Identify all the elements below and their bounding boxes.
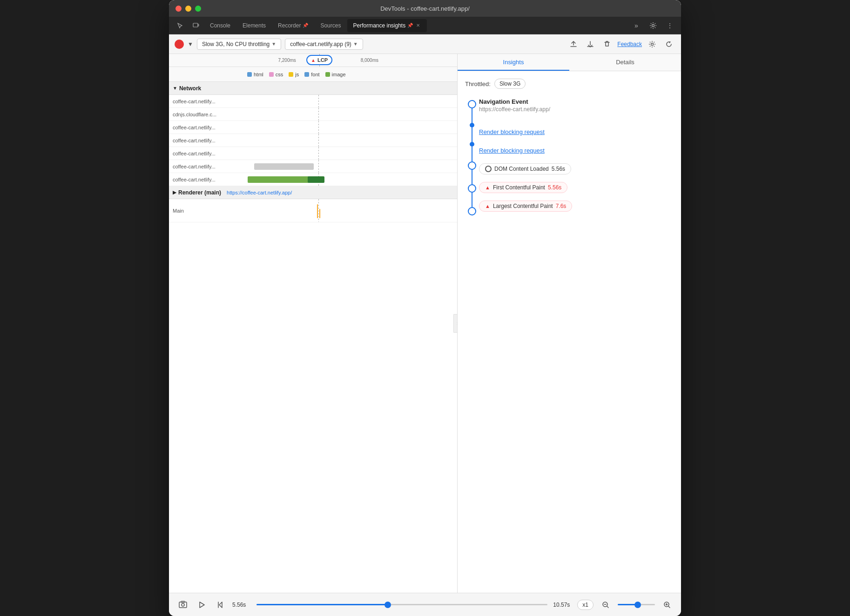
legend-css: css [269,72,283,77]
legend-image: image [325,72,346,77]
tab-insights[interactable]: Insights [458,54,569,71]
table-row: cdnjs.cloudflare.c... [169,108,457,121]
throttle-badge: Slow 3G [494,79,526,89]
close-button[interactable] [175,6,182,12]
nav-event-url: https://coffee-cart.netlify.app/ [479,106,674,113]
playback-start-time: 5.56s [232,602,251,608]
network-dropdown-arrow: ▼ [271,41,276,47]
nav-event-item: Navigation Event https://coffee-cart.net… [479,98,674,122]
render-dot-1 [470,123,474,127]
vline-2 [472,127,472,142]
settings-icon-button[interactable] [646,19,661,32]
toolbar: ▼ Slow 3G, No CPU throttling ▼ coffee-ca… [169,34,681,54]
row-label: coffee-cart.netlify... [169,164,243,169]
legend-font: font [304,72,319,77]
tab-recorder[interactable]: Recorder 📌 [272,19,314,32]
titlebar: DevTools - coffee-cart.netlify.app/ [169,0,681,17]
gear-icon-button[interactable] [646,38,659,51]
playback-slider[interactable] [256,604,547,605]
renderer-section-header[interactable]: ▶ Renderer (main) https://coffee-cart.ne… [169,186,457,199]
refresh-icon-button[interactable] [662,38,675,51]
font-color-dot [304,72,309,77]
maximize-button[interactable] [195,6,201,12]
tab-details[interactable]: Details [569,54,681,71]
timeline-panel: 7,200ms 8,000ms ▲ LCP [169,54,458,593]
row-label: coffee-cart.netlify... [169,177,243,182]
target-dropdown[interactable]: coffee-cart.netlify.app (9) ▼ [285,39,363,50]
menu-icon-button[interactable]: ⋮ [662,19,677,32]
legend-html: html [247,72,263,77]
titlebar-buttons [175,6,201,12]
fcp-value: 5.56s [548,184,561,191]
row-label: coffee-cart.netlify... [169,151,243,156]
tab-elements[interactable]: Elements [237,19,271,32]
play-icon-button[interactable] [195,598,208,611]
lcp-event-value: 7.6s [556,203,567,209]
zoom-in-icon-button[interactable] [661,598,674,611]
render-block-1-link[interactable]: Render blocking request [479,128,545,135]
feedback-link[interactable]: Feedback [617,41,642,47]
screenshot-icon-button[interactable] [176,598,189,611]
lcp-circle [468,207,476,215]
fcp-circle [468,184,476,193]
tab-performance[interactable]: Performance insights 📌 ✕ [347,19,427,32]
lcp-marker: ▲ LCP [306,55,332,65]
fcp-event-item: ▲ First Contentful Paint 5.56s [479,178,674,197]
row-track [243,108,457,121]
network-throttle-dropdown[interactable]: Slow 3G, No CPU throttling ▼ [197,39,281,50]
fcp-label: First Contentful Paint [493,184,545,191]
target-dropdown-arrow: ▼ [353,41,358,47]
download-icon-button[interactable] [584,38,597,51]
dom-event-item: DOM Content Loaded 5.56s [479,160,674,178]
lcp-warning-icon: ▲ [311,58,316,63]
delete-icon-button[interactable] [600,38,614,51]
record-button[interactable] [175,40,184,49]
tabbar-right: » ⋮ [629,19,677,32]
time-ruler-track: 7,200ms 8,000ms ▲ LCP [247,54,453,67]
time-label-2: 8,000ms [361,58,378,63]
tab-sources[interactable]: Sources [315,19,346,32]
tabbar: Console Elements Recorder 📌 Sources Perf… [169,17,681,34]
devtools-window: DevTools - coffee-cart.netlify.app/ Cons… [169,0,681,616]
speed-selector[interactable]: x1 [577,600,594,610]
render-block-2-link[interactable]: Render blocking request [479,147,545,154]
renderer-link[interactable]: https://coffee-cart.netlify.app/ [225,190,294,195]
time-label-1: 7,200ms [278,58,296,63]
legend-bar: html css js font image [169,67,457,82]
row-label: coffee-cart.netlify... [169,125,243,130]
image-color-dot [325,72,330,77]
zoom-slider[interactable] [618,604,655,605]
more-tabs-button[interactable]: » [629,19,644,32]
dom-circle-icon [485,166,492,172]
vline-3 [472,147,472,161]
table-row: coffee-cart.netlify... [169,121,457,134]
tab-console[interactable]: Console [204,19,236,32]
network-section-header[interactable]: ▼ Network [169,82,457,95]
dom-event-label: DOM Content Loaded [494,166,549,172]
bottom-bar: 5.56s 10.57s x1 [169,593,681,616]
minimize-button[interactable] [185,6,191,12]
cursor-icon-button[interactable] [173,19,188,32]
device-icon-button[interactable] [189,19,203,32]
row-track [243,173,457,186]
html-color-dot [247,72,252,77]
throttled-label: Throttled: [465,80,491,87]
zoom-out-icon-button[interactable] [599,598,612,611]
collapse-handle[interactable]: › [453,314,458,333]
row-track [243,147,457,160]
skip-to-start-icon-button[interactable] [214,598,227,611]
network-label: Network [179,85,201,92]
record-dropdown[interactable]: ▼ [188,41,193,47]
vline-5 [472,193,472,207]
events-line [465,98,479,215]
recorder-pin-icon: 📌 [303,23,308,28]
upload-icon-button[interactable] [567,38,580,51]
table-row: coffee-cart.netlify... [169,160,457,173]
row-track [243,134,457,147]
row-track [243,121,457,134]
row-label: cdnjs.cloudflare.c... [169,112,243,117]
insights-panel: Insights Details Throttled: Slow 3G [458,54,681,593]
performance-tab-close[interactable]: ✕ [415,22,421,29]
render-block-2-item: Render blocking request [479,141,674,160]
time-ruler: 7,200ms 8,000ms ▲ LCP [169,54,457,67]
